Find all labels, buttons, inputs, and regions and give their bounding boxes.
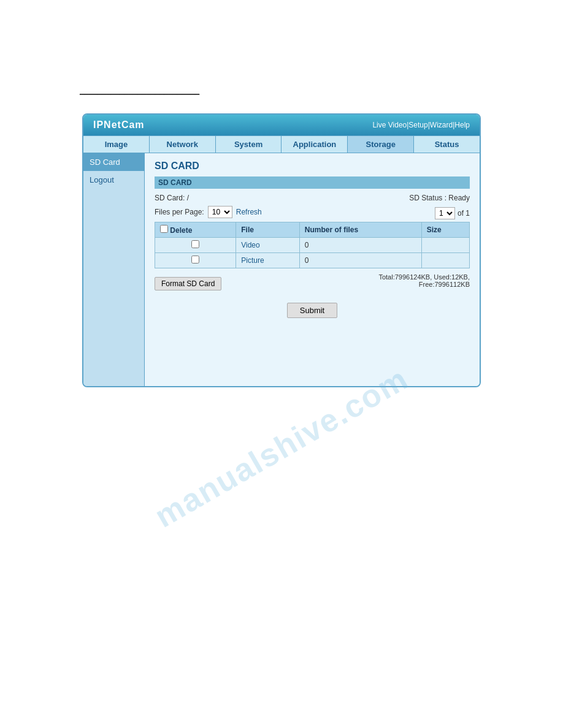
help-link[interactable]: Help (454, 121, 470, 129)
files-per-page-left: Files per Page: 10 20 50 Refresh (155, 206, 262, 218)
submit-area: Submit (155, 303, 470, 318)
submit-button[interactable]: Submit (287, 303, 337, 318)
section-subtitle: SD CARD (155, 176, 470, 189)
storage-info-line1: Total:7996124KB, Used:12KB, (378, 273, 470, 281)
page-wrapper: ___________________________ IPNetCam Liv… (0, 0, 563, 728)
sdcard-status: SD Status : Ready (409, 194, 470, 202)
table-header-row: Delete File Number of files Size (155, 222, 470, 238)
page-select[interactable]: 1 (435, 207, 455, 219)
video-size-cell (421, 238, 469, 253)
files-per-page-row: Files per Page: 10 20 50 Refresh 1 of 1 (155, 205, 470, 219)
files-table: Delete File Number of files Size (155, 222, 470, 268)
storage-info: Total:7996124KB, Used:12KB, Free:7996112… (378, 273, 470, 288)
storage-info-line2: Free:7996112KB (378, 281, 470, 288)
sdcard-info-row: SD Card: / SD Status : Ready (155, 194, 470, 202)
sdcard-path-label: SD Card: / (155, 194, 189, 202)
nav-system[interactable]: System (216, 136, 282, 153)
sidebar-item-sdcard[interactable]: SD Card (83, 153, 144, 171)
picture-link[interactable]: Picture (241, 256, 264, 265)
nav-bar: Image Network System Application Storage… (83, 135, 480, 153)
col-file: File (236, 222, 300, 238)
nav-storage[interactable]: Storage (348, 136, 414, 153)
nav-status[interactable]: Status (414, 136, 480, 153)
video-file-cell: Video (236, 238, 300, 253)
pagination-row: 1 of 1 (435, 207, 470, 219)
table-row: Picture 0 (155, 253, 470, 268)
header-bar: IPNetCam Live Video|Setup|Wizard|Help (83, 115, 480, 135)
files-per-page-label: Files per Page: (155, 208, 204, 216)
nav-network[interactable]: Network (150, 136, 216, 153)
content-area: SD Card Logout SD CARD SD CARD SD Card: … (83, 153, 480, 386)
picture-count-cell: 0 (299, 253, 421, 268)
format-sd-card-button[interactable]: Format SD Card (155, 277, 221, 290)
video-count-cell: 0 (299, 238, 421, 253)
live-video-link[interactable]: Live Video (372, 121, 407, 129)
nav-image[interactable]: Image (83, 136, 150, 153)
col-size: Size (421, 222, 469, 238)
video-delete-cell (155, 238, 236, 253)
nav-application[interactable]: Application (282, 136, 348, 153)
sidebar: SD Card Logout (83, 153, 145, 386)
sidebar-item-logout[interactable]: Logout (83, 171, 144, 189)
video-delete-checkbox[interactable] (191, 240, 199, 248)
picture-size-cell (421, 253, 469, 268)
main-content: SD CARD SD CARD SD Card: / SD Status : R… (145, 153, 480, 386)
format-storage-row: Format SD Card Total:7996124KB, Used:12K… (155, 273, 470, 293)
section-title: SD CARD (155, 161, 470, 172)
app-title: IPNetCam (93, 119, 145, 131)
table-row: Video 0 (155, 238, 470, 253)
header-links: Live Video|Setup|Wizard|Help (372, 121, 470, 129)
files-per-page-select[interactable]: 10 20 50 (208, 206, 232, 218)
setup-link[interactable]: Setup (408, 121, 427, 129)
of-label: of 1 (458, 209, 470, 218)
picture-delete-checkbox[interactable] (191, 256, 199, 264)
picture-delete-cell (155, 253, 236, 268)
sdcard-left: SD Card: / (155, 194, 189, 202)
refresh-link[interactable]: Refresh (236, 208, 262, 216)
top-area: ___________________________ (0, 0, 563, 107)
col-num-files: Number of files (299, 222, 421, 238)
ui-panel: IPNetCam Live Video|Setup|Wizard|Help Im… (82, 113, 481, 387)
top-link[interactable]: ___________________________ (80, 86, 199, 95)
col-delete: Delete (155, 222, 236, 238)
video-link[interactable]: Video (241, 241, 259, 249)
delete-all-checkbox[interactable] (160, 225, 168, 233)
wizard-link[interactable]: Wizard (430, 121, 453, 129)
picture-file-cell: Picture (236, 253, 300, 268)
